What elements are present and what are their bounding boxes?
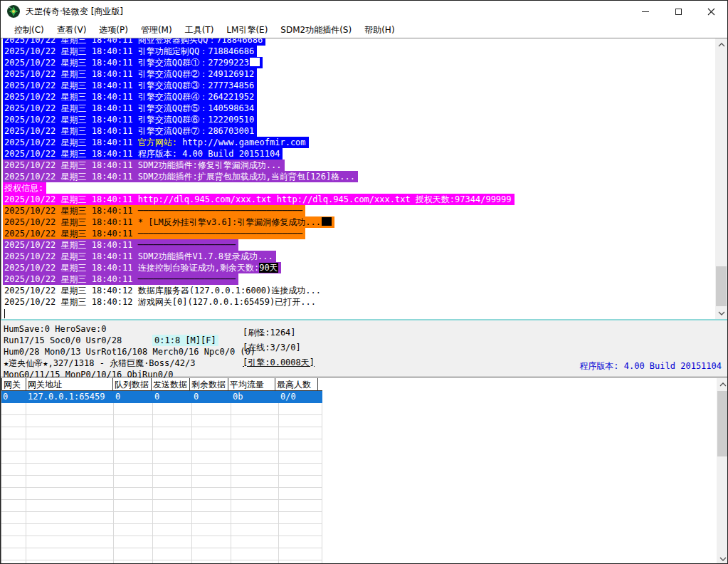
- log-content[interactable]: 2025/10/22 星期三 18:40:11 商业登录器购买QQ：718846…: [3, 38, 715, 319]
- empty-row[interactable]: [1, 560, 322, 564]
- empty-row[interactable]: [1, 512, 322, 524]
- column-header[interactable]: 平均流量: [228, 378, 275, 390]
- log-text: SDM2功能插件V1.7.8登录成功...: [138, 251, 273, 261]
- empty-row[interactable]: [1, 427, 322, 439]
- empty-cell: [1, 451, 26, 464]
- column-header[interactable]: 剩余数据: [189, 378, 228, 390]
- close-button[interactable]: [695, 1, 727, 22]
- log-line: 2025/10/22 星期三 18:40:11 ────────────────…: [3, 273, 715, 285]
- log-text: ────────────────────────────────: [138, 206, 302, 216]
- table-scrollbar[interactable]: [717, 378, 728, 564]
- gateway-cell: 0: [1, 391, 26, 403]
- empty-row[interactable]: [1, 476, 322, 488]
- gateway-row[interactable]: 0127.0.0.1:654590000b0/0: [1, 391, 322, 403]
- scroll-up-button[interactable]: [717, 378, 728, 390]
- log-highlight-bar: 2025/10/22 星期三 18:40:11 引擎交流QQ群③：2777348…: [3, 80, 257, 91]
- empty-row[interactable]: [1, 524, 322, 536]
- empty-row[interactable]: [1, 415, 322, 427]
- menu-item-3[interactable]: 选项(P): [93, 23, 134, 38]
- scroll-up-button[interactable]: [715, 38, 727, 51]
- log-highlight-bar: 2025/10/22 星期三 18:40:12 游戏网关[0](127.0.0.…: [3, 296, 319, 308]
- empty-row[interactable]: [1, 548, 322, 560]
- empty-row[interactable]: [1, 439, 322, 451]
- empty-cell: [231, 488, 279, 500]
- menu-item-7[interactable]: SDM2功能插件(S): [274, 23, 358, 38]
- status-left-column: HumSave:0 HeroSave:0Run17/15 Soc0/0 Usr0…: [4, 323, 255, 380]
- log-scroll-thumb[interactable]: [716, 266, 727, 306]
- empty-cell: [153, 464, 192, 476]
- log-tail-block: [250, 58, 260, 66]
- log-highlight-bar: 2025/10/22 星期三 18:40:11 ────────────────…: [3, 273, 238, 285]
- table-scroll-thumb[interactable]: [717, 391, 728, 456]
- empty-cell: [192, 560, 231, 564]
- log-line: 2025/10/22 星期三 18:40:11 ────────────────…: [3, 228, 715, 239]
- empty-cell: [153, 451, 192, 464]
- log-highlight-bar: 2025/10/22 星期三 18:40:11 引擎交流QQ群①：2729922…: [3, 57, 263, 68]
- log-line: 2025/10/22 星期三 18:40:11 官方网站: http://www…: [3, 137, 715, 148]
- menu-item-6[interactable]: LM引擎(E): [220, 23, 274, 38]
- empty-cell: [279, 512, 322, 524]
- log-timestamp: 2025/10/22 星期三 18:40:11: [4, 172, 138, 182]
- log-scrollbar[interactable]: [715, 38, 727, 319]
- log-timestamp: 2025/10/22 星期三 18:40:11: [4, 240, 138, 250]
- empty-row[interactable]: [1, 464, 322, 476]
- status-text: HumSave:0 HeroSave:0: [4, 324, 107, 334]
- log-line: 2025/10/22 星期三 18:40:11 SDM2功能插件:修复引擎漏洞成…: [3, 160, 715, 171]
- empty-cell: [192, 512, 231, 524]
- scroll-down-button[interactable]: [715, 307, 727, 319]
- empty-cell: [231, 451, 279, 464]
- empty-cell: [279, 415, 322, 427]
- log-highlight-bar: 2025/10/22 星期三 18:40:11 ────────────────…: [3, 205, 305, 216]
- empty-cell: [26, 548, 114, 560]
- empty-row[interactable]: [1, 403, 322, 415]
- title-bar[interactable]: 天罡传奇·轻微变 [商业版]: [1, 1, 727, 22]
- menu-item-4[interactable]: 管理(M): [134, 23, 179, 38]
- log-timestamp: 2025/10/22 星期三 18:40:11: [4, 263, 138, 273]
- log-line: 2025/10/22 星期三 18:40:12 数据库服务器(127.0.0.1…: [3, 285, 715, 296]
- empty-cell: [192, 427, 231, 439]
- empty-cell: [231, 439, 279, 451]
- log-line: 2025/10/22 星期三 18:40:11 引擎交流QQ群⑥：1222095…: [3, 114, 715, 125]
- empty-cell: [26, 488, 114, 500]
- menu-item-5[interactable]: 工具(T): [179, 23, 221, 38]
- empty-cell: [231, 536, 279, 548]
- empty-cell: [114, 512, 153, 524]
- status-text: ★逆央仙帝★,327/1318 - 永猎巨魔·Boss/42/3: [4, 358, 195, 368]
- empty-row[interactable]: [1, 451, 322, 464]
- column-header[interactable]: 发送数据: [151, 378, 190, 390]
- scroll-down-button[interactable]: [717, 553, 728, 564]
- empty-cell: [114, 488, 153, 500]
- column-header[interactable]: 网关地址: [26, 378, 113, 390]
- status-panel: HumSave:0 HeroSave:0Run17/15 Soc0/0 Usr0…: [1, 319, 728, 377]
- column-header[interactable]: 队列数据: [112, 378, 152, 390]
- gateway-cell: 0: [153, 391, 192, 403]
- maximize-button[interactable]: [662, 1, 695, 22]
- empty-cell: [114, 500, 153, 512]
- empty-row[interactable]: [1, 488, 322, 500]
- log-text: 引擎交流QQ群⑤：140598634: [138, 103, 254, 113]
- menu-item-1[interactable]: 控制(C): [8, 23, 51, 38]
- empty-cell: [279, 500, 322, 512]
- log-line: 2025/10/22 星期三 18:40:11 引擎交流QQ群⑦：2867030…: [3, 125, 715, 137]
- minimize-button[interactable]: [629, 1, 662, 22]
- empty-cell: [153, 524, 192, 536]
- menu-item-2[interactable]: 查看(V): [51, 23, 93, 38]
- gateway-cell: 127.0.0.1:65459: [26, 391, 114, 403]
- log-highlight-bar: 2025/10/22 星期三 18:40:11 引擎交流QQ群⑥：1222095…: [3, 114, 257, 125]
- status-mode-badge: 0:1:8 [M][F]: [152, 335, 218, 346]
- log-timestamp: 2025/10/22 星期三 18:40:11: [4, 126, 138, 136]
- status-line: HumSave:0 HeroSave:0: [4, 323, 255, 335]
- log-line: 2025/10/22 星期三 18:40:11 SDM2功能插件:扩展背包加载成…: [3, 171, 715, 182]
- empty-row[interactable]: [1, 536, 322, 548]
- column-header[interactable]: 最高人数: [275, 378, 318, 390]
- empty-cell: [1, 512, 26, 524]
- column-header[interactable]: 网关: [1, 378, 26, 390]
- status-line: Run17/15 Soc0/0 Usr0/280:1:8 [M][F]: [4, 335, 255, 346]
- empty-row[interactable]: [1, 500, 322, 512]
- log-highlight-bar: 2025/10/22 星期三 18:40:11 SDM2功能插件V1.7.8登录…: [3, 251, 276, 262]
- log-text: SDM2功能插件:修复引擎漏洞成功...: [138, 160, 282, 170]
- empty-cell: [26, 476, 114, 488]
- empty-cell: [114, 439, 153, 451]
- log-timestamp: 2025/10/22 星期三 18:40:11: [4, 206, 138, 216]
- menu-item-8[interactable]: 帮助(H): [358, 23, 401, 38]
